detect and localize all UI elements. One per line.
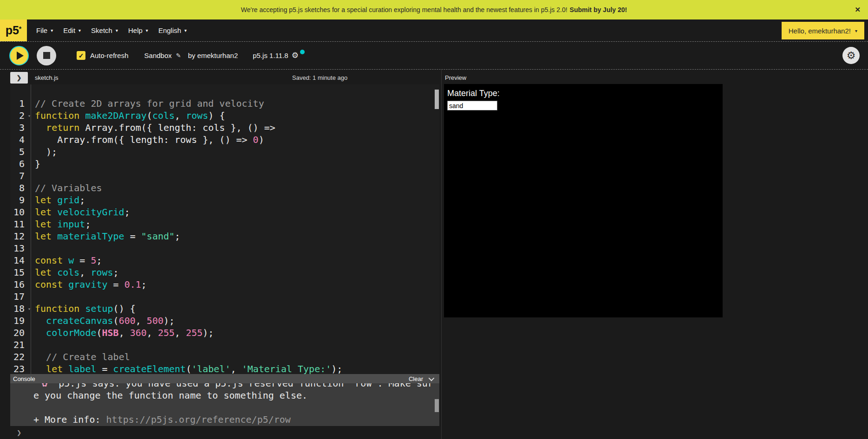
chevron-down-icon: ▾ <box>78 28 81 33</box>
stop-button[interactable] <box>37 46 56 65</box>
material-type-input[interactable] <box>447 101 497 110</box>
pane-divider <box>441 70 442 439</box>
code-line: createCanvas(600, 500); <box>35 315 434 327</box>
line-number: 19 <box>10 315 31 327</box>
menu-sketch[interactable]: Sketch▾ <box>86 19 123 41</box>
announcement-banner: We're accepting p5.js sketches for a spe… <box>0 0 868 19</box>
line-number: 2▾ <box>10 110 31 122</box>
p5-flower-icon: ✿ <box>42 383 47 389</box>
code-line <box>35 291 434 303</box>
code-line: } <box>35 158 434 170</box>
code-line <box>35 339 434 351</box>
code-line: let input; <box>35 218 434 230</box>
material-type-label: Material Type: <box>447 89 500 98</box>
code-line: // Variables <box>35 182 434 194</box>
line-number: 8 <box>10 182 31 194</box>
banner-cta-link[interactable]: Submit by July 20! <box>570 6 627 13</box>
console-header: Console Clear <box>10 374 439 383</box>
line-number: 17 <box>10 291 31 303</box>
line-number: 20 <box>10 327 31 339</box>
check-icon: ✓ <box>78 52 84 59</box>
p5-version-label: p5.js 1.11.8 <box>253 52 288 59</box>
console-line <box>33 401 439 413</box>
settings-button[interactable]: ⚙ <box>842 47 860 64</box>
console-line: ✿ p5.js says: you have used a p5.js rese… <box>33 383 439 389</box>
code-line: let grid; <box>35 194 434 206</box>
chevron-down-icon: ▾ <box>116 28 118 33</box>
account-menu-button[interactable]: Hello, emekturhan2! ▾ <box>782 22 864 39</box>
version-gear-icon[interactable]: ⚙ <box>292 51 299 60</box>
line-number: 6 <box>10 158 31 170</box>
code-line: function setup() { <box>35 303 434 315</box>
line-number: 18▾ <box>10 303 31 315</box>
line-number: 21 <box>10 339 31 351</box>
line-number: 11 <box>10 218 31 230</box>
reference-link[interactable]: https://p5js.org/reference/p5/row <box>106 414 291 425</box>
code-line: function make2DArray(cols, rows) { <box>35 110 434 122</box>
chevron-down-icon: ▾ <box>51 28 53 33</box>
play-icon <box>17 52 24 60</box>
menu-edit[interactable]: Edit▾ <box>58 19 86 41</box>
gear-icon: ⚙ <box>847 50 856 62</box>
line-number: 14 <box>10 254 31 266</box>
code-line: // Create label <box>35 351 434 363</box>
play-button[interactable] <box>9 46 29 65</box>
code-line: return Array.from({ length: cols }, () =… <box>35 122 434 134</box>
code-line <box>35 170 434 182</box>
sidebar-expand-button[interactable]: ❯ <box>10 72 28 84</box>
editor-scrollbar[interactable] <box>435 90 439 109</box>
notification-dot <box>300 50 305 54</box>
sketch-toolbar: ✓ Auto-refresh Sandbox ✎ by emekturhan2 … <box>0 42 868 70</box>
console-scrollbar[interactable] <box>435 399 439 412</box>
console-line: e you change the function name to someth… <box>33 389 439 401</box>
sketch-canvas: Material Type: <box>444 84 723 317</box>
tab-sketch-js[interactable]: sketch.js <box>35 74 59 81</box>
chevron-down-icon: ▾ <box>146 28 148 33</box>
chevron-right-icon: ❯ <box>17 74 22 81</box>
stop-icon <box>43 52 50 59</box>
code-line <box>35 242 434 254</box>
menu-help[interactable]: Help▾ <box>123 19 153 41</box>
project-byline: by emekturhan2 <box>188 52 238 59</box>
line-number: 16 <box>10 278 31 291</box>
editor-gutter: 12▾3456789101112131415161718▾1920212223 <box>10 84 31 374</box>
fold-arrow-icon[interactable]: ▾ <box>28 303 31 315</box>
console-collapse-icon[interactable] <box>429 375 435 381</box>
code-line: ); <box>35 146 434 158</box>
editor-code[interactable]: // Create 2D arrays for grid and velocit… <box>32 84 434 374</box>
editor-header: ❯ sketch.js Saved: 1 minute ago <box>10 73 439 84</box>
code-line: // Create 2D arrays for grid and velocit… <box>35 97 434 110</box>
close-icon[interactable]: ✕ <box>855 6 861 14</box>
line-number: 7 <box>10 170 31 182</box>
autorefresh-checkbox[interactable]: ✓ <box>77 51 85 60</box>
line-number: 4 <box>10 134 31 146</box>
edit-pencil-icon[interactable]: ✎ <box>176 52 181 59</box>
console-clear-button[interactable]: Clear <box>409 375 423 382</box>
line-number: 13 <box>10 242 31 254</box>
chevron-down-icon: ▾ <box>855 28 857 33</box>
code-line: const w = 5; <box>35 254 434 266</box>
line-number: 15 <box>10 266 31 278</box>
fold-arrow-icon[interactable]: ▾ <box>28 110 31 122</box>
saved-status: Saved: 1 minute ago <box>292 74 347 81</box>
menu-file[interactable]: File▾ <box>31 19 58 41</box>
code-line: let materialType = "sand"; <box>35 230 434 242</box>
menu-english[interactable]: English▾ <box>153 19 192 41</box>
banner-message: We're accepting p5.js sketches for a spe… <box>241 6 568 13</box>
console-prompt[interactable]: ❯ <box>10 426 439 439</box>
line-number: 10 <box>10 206 31 218</box>
line-number: 23 <box>10 363 31 374</box>
chevron-down-icon: ▾ <box>184 28 187 33</box>
console-log: ✿ p5.js says: you have used a p5.js rese… <box>10 383 439 426</box>
project-name[interactable]: Sandbox <box>144 52 172 59</box>
main-navbar: p5* File▾Edit▾Sketch▾Help▾English▾ Hello… <box>0 19 868 42</box>
code-line: let cols, rows; <box>35 266 434 278</box>
line-number: 5 <box>10 146 31 158</box>
code-editor[interactable]: 12▾3456789101112131415161718▾1920212223 … <box>10 84 439 374</box>
p5-logo[interactable]: p5* <box>0 19 27 41</box>
code-line: colorMode(HSB, 360, 255, 255); <box>35 327 434 339</box>
line-number: 22 <box>10 351 31 363</box>
nav-menus: File▾Edit▾Sketch▾Help▾English▾ <box>31 19 192 41</box>
console-line: + More info: https://p5js.org/reference/… <box>33 413 439 426</box>
line-number: 1 <box>10 97 31 110</box>
